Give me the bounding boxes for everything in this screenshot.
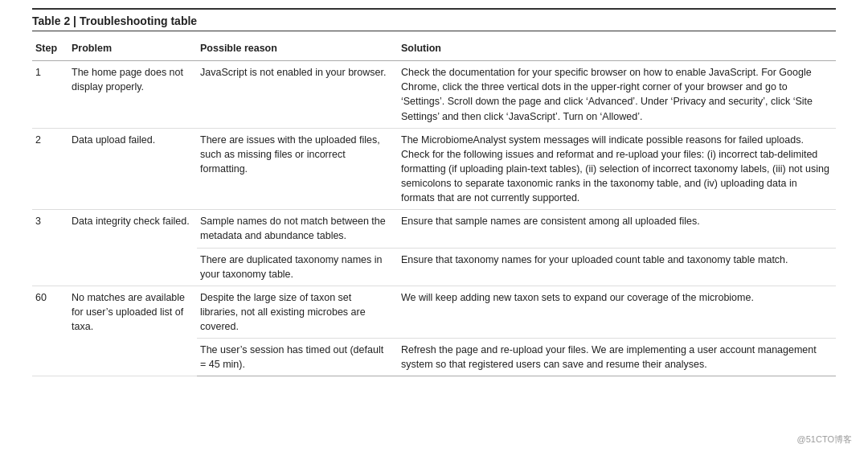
cell-problem: Data integrity check failed. (68, 210, 197, 286)
header-solution: Solution (398, 36, 836, 61)
cell-solution: Ensure that taxonomy names for your uplo… (398, 248, 836, 286)
table-row: 1The home page does not display properly… (32, 61, 836, 129)
cell-solution: Ensure that sample names are consistent … (398, 210, 836, 248)
header-reason: Possible reason (197, 36, 398, 61)
cell-reason: JavaScript is not enabled in your browse… (197, 61, 398, 129)
watermark: @51CTO博客 (797, 434, 852, 446)
cell-step: 60 (32, 286, 68, 376)
table-row: 2Data upload failed.There are issues wit… (32, 128, 836, 210)
cell-solution: The MicrobiomeAnalyst system messages wi… (398, 128, 836, 210)
cell-problem: The home page does not display properly. (68, 61, 197, 129)
cell-step: 2 (32, 128, 68, 210)
table-row: 60No matches are available for user’s up… (32, 286, 836, 338)
cell-step: 1 (32, 61, 68, 129)
cell-problem: Data upload failed. (68, 128, 197, 210)
table-number: Table 2 (32, 14, 70, 27)
header-problem: Problem (68, 36, 197, 61)
cell-reason: The user’s session has timed out (defaul… (197, 339, 398, 376)
cell-solution: Refresh the page and re-upload your file… (398, 339, 836, 376)
table-row: 3Data integrity check failed.Sample name… (32, 210, 836, 248)
cell-reason: Despite the large size of taxon set libr… (197, 286, 398, 338)
cell-problem: No matches are available for user’s uplo… (68, 286, 197, 376)
header-step: Step (32, 36, 68, 61)
table-title-bar: Table 2 | Troubleshooting table (32, 8, 836, 31)
troubleshooting-table: Step Problem Possible reason Solution 1T… (32, 36, 836, 376)
cell-step: 3 (32, 210, 68, 286)
cell-solution: We will keep adding new taxon sets to ex… (398, 286, 836, 338)
cell-solution: Check the documentation for your specifi… (398, 61, 836, 129)
cell-reason: There are issues with the uploaded files… (197, 128, 398, 210)
title-separator: | (70, 14, 80, 27)
table-name: Troubleshooting table (80, 14, 197, 27)
cell-reason: There are duplicated taxonomy names in y… (197, 248, 398, 286)
table-header-row: Step Problem Possible reason Solution (32, 36, 836, 61)
cell-reason: Sample names do not match between the me… (197, 210, 398, 248)
